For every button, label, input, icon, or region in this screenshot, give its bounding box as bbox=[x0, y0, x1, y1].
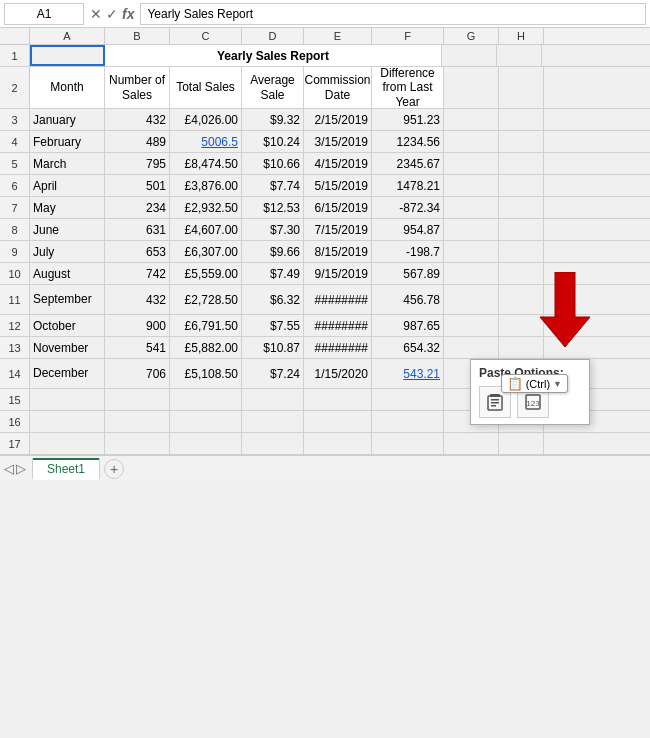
cell-F9[interactable]: -198.7 bbox=[372, 241, 444, 262]
cell-B16[interactable] bbox=[105, 411, 170, 432]
cell-E6[interactable]: 5/15/2019 bbox=[304, 175, 372, 196]
cell-D11[interactable]: $6.32 bbox=[242, 285, 304, 314]
ctrl-paste-badge[interactable]: 📋 (Ctrl) ▼ bbox=[501, 374, 568, 393]
cell-A5[interactable]: March bbox=[30, 153, 105, 174]
cell-G1[interactable] bbox=[442, 45, 497, 66]
cell-G7[interactable] bbox=[444, 197, 499, 218]
cell-H3[interactable] bbox=[499, 109, 544, 130]
cell-F7[interactable]: -872.34 bbox=[372, 197, 444, 218]
cell-B14[interactable]: 706 bbox=[105, 359, 170, 388]
cell-D5[interactable]: $10.66 bbox=[242, 153, 304, 174]
cell-C3[interactable]: £4,026.00 bbox=[170, 109, 242, 130]
cell-E15[interactable] bbox=[304, 389, 372, 410]
cell-F8[interactable]: 954.87 bbox=[372, 219, 444, 240]
col-header-G[interactable]: G bbox=[444, 28, 499, 44]
cell-E10[interactable]: 9/15/2019 bbox=[304, 263, 372, 284]
cell-A14[interactable]: December bbox=[30, 359, 105, 388]
cell-A9[interactable]: July bbox=[30, 241, 105, 262]
cell-C8[interactable]: £4,607.00 bbox=[170, 219, 242, 240]
cell-F5[interactable]: 2345.67 bbox=[372, 153, 444, 174]
cell-D3[interactable]: $9.32 bbox=[242, 109, 304, 130]
cell-E13[interactable]: ######## bbox=[304, 337, 372, 358]
cell-B13[interactable]: 541 bbox=[105, 337, 170, 358]
cell-C7[interactable]: £2,932.50 bbox=[170, 197, 242, 218]
cell-A2[interactable]: Month bbox=[30, 67, 105, 108]
col-header-H[interactable]: H bbox=[499, 28, 544, 44]
cell-G5[interactable] bbox=[444, 153, 499, 174]
cell-D8[interactable]: $7.30 bbox=[242, 219, 304, 240]
cell-G4[interactable] bbox=[444, 131, 499, 152]
cell-H1[interactable] bbox=[497, 45, 542, 66]
confirm-icon[interactable]: ✓ bbox=[106, 6, 118, 22]
function-icon[interactable]: fx bbox=[122, 6, 134, 22]
cell-H6[interactable] bbox=[499, 175, 544, 196]
cell-E5[interactable]: 4/15/2019 bbox=[304, 153, 372, 174]
cell-B4[interactable]: 489 bbox=[105, 131, 170, 152]
cell-reference-box[interactable] bbox=[4, 3, 84, 25]
cell-F16[interactable] bbox=[372, 411, 444, 432]
cell-C13[interactable]: £5,882.00 bbox=[170, 337, 242, 358]
cell-E8[interactable]: 7/15/2019 bbox=[304, 219, 372, 240]
col-header-C[interactable]: C bbox=[170, 28, 242, 44]
cell-A6[interactable]: April bbox=[30, 175, 105, 196]
cell-E2[interactable]: Commission Date bbox=[304, 67, 372, 108]
cell-A8[interactable]: June bbox=[30, 219, 105, 240]
cell-A16[interactable] bbox=[30, 411, 105, 432]
formula-input[interactable] bbox=[140, 3, 646, 25]
col-header-E[interactable]: E bbox=[304, 28, 372, 44]
cell-G11[interactable] bbox=[444, 285, 499, 314]
cell-D15[interactable] bbox=[242, 389, 304, 410]
cell-E17[interactable] bbox=[304, 433, 372, 454]
cell-D13[interactable]: $10.87 bbox=[242, 337, 304, 358]
cell-D14[interactable]: $7.24 bbox=[242, 359, 304, 388]
cell-H4[interactable] bbox=[499, 131, 544, 152]
cell-G8[interactable] bbox=[444, 219, 499, 240]
cell-D10[interactable]: $7.49 bbox=[242, 263, 304, 284]
cell-B9[interactable]: 653 bbox=[105, 241, 170, 262]
cell-H7[interactable] bbox=[499, 197, 544, 218]
cell-C11[interactable]: £2,728.50 bbox=[170, 285, 242, 314]
cell-B12[interactable]: 900 bbox=[105, 315, 170, 336]
cell-C15[interactable] bbox=[170, 389, 242, 410]
col-header-A[interactable]: A bbox=[30, 28, 105, 44]
col-header-F[interactable]: F bbox=[372, 28, 444, 44]
cell-E3[interactable]: 2/15/2019 bbox=[304, 109, 372, 130]
cell-E16[interactable] bbox=[304, 411, 372, 432]
cell-D6[interactable]: $7.74 bbox=[242, 175, 304, 196]
cell-F14[interactable]: 543.21 bbox=[372, 359, 444, 388]
cell-A15[interactable] bbox=[30, 389, 105, 410]
cell-F10[interactable]: 567.89 bbox=[372, 263, 444, 284]
cell-G2[interactable] bbox=[444, 67, 499, 108]
cell-G9[interactable] bbox=[444, 241, 499, 262]
col-header-D[interactable]: D bbox=[242, 28, 304, 44]
cell-H9[interactable] bbox=[499, 241, 544, 262]
cell-H8[interactable] bbox=[499, 219, 544, 240]
cell-A13[interactable]: November bbox=[30, 337, 105, 358]
col-header-B[interactable]: B bbox=[105, 28, 170, 44]
cell-H17[interactable] bbox=[499, 433, 544, 454]
cell-F13[interactable]: 654.32 bbox=[372, 337, 444, 358]
cell-H5[interactable] bbox=[499, 153, 544, 174]
cell-B2[interactable]: Number of Sales bbox=[105, 67, 170, 108]
cell-F4[interactable]: 1234.56 bbox=[372, 131, 444, 152]
cancel-icon[interactable]: ✕ bbox=[90, 6, 102, 22]
cell-C14[interactable]: £5,108.50 bbox=[170, 359, 242, 388]
cell-C16[interactable] bbox=[170, 411, 242, 432]
cell-E14[interactable]: 1/15/2020 bbox=[304, 359, 372, 388]
cell-F15[interactable] bbox=[372, 389, 444, 410]
cell-D12[interactable]: $7.55 bbox=[242, 315, 304, 336]
cell-A4[interactable]: February bbox=[30, 131, 105, 152]
cell-A17[interactable] bbox=[30, 433, 105, 454]
cell-A3[interactable]: January bbox=[30, 109, 105, 130]
cell-C12[interactable]: £6,791.50 bbox=[170, 315, 242, 336]
cell-C10[interactable]: £5,559.00 bbox=[170, 263, 242, 284]
cell-B6[interactable]: 501 bbox=[105, 175, 170, 196]
cell-C9[interactable]: £6,307.00 bbox=[170, 241, 242, 262]
cell-A11[interactable]: September bbox=[30, 285, 105, 314]
cell-D16[interactable] bbox=[242, 411, 304, 432]
cell-G13[interactable] bbox=[444, 337, 499, 358]
cell-F17[interactable] bbox=[372, 433, 444, 454]
cell-B10[interactable]: 742 bbox=[105, 263, 170, 284]
scroll-left-icon[interactable]: ◁ bbox=[4, 461, 14, 476]
cell-B8[interactable]: 631 bbox=[105, 219, 170, 240]
